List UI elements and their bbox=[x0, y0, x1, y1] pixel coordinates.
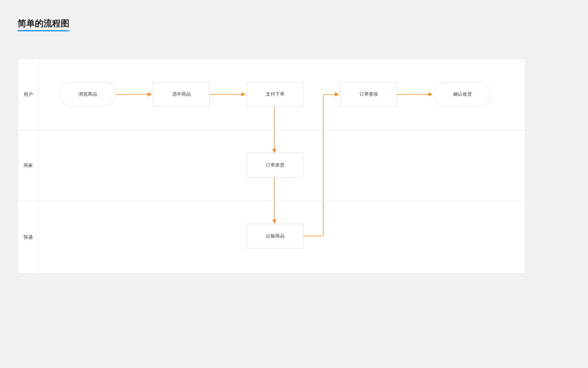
lane-merchant-body: 订单发货 bbox=[39, 130, 525, 201]
lane-courier-body: 运输商品 bbox=[39, 201, 525, 273]
lane-user-body: 浏览商品 选中商品 支付下单 订单签收 确认收货 bbox=[39, 59, 525, 130]
lane-merchant-label: 商家 bbox=[18, 130, 39, 201]
node-ship[interactable]: 订单发货 bbox=[247, 153, 303, 178]
lane-courier-label: 快递 bbox=[18, 201, 39, 273]
node-browse[interactable]: 浏览商品 bbox=[59, 82, 116, 107]
lane-user-label: 用户 bbox=[18, 59, 39, 130]
flowchart-container: 用户 浏览商品 选中商品 支付下单 订单签收 确认收货 商家 订单发货 快递 运… bbox=[18, 59, 525, 274]
node-select[interactable]: 选中商品 bbox=[153, 82, 210, 107]
lane-user: 用户 浏览商品 选中商品 支付下单 订单签收 确认收货 bbox=[18, 59, 525, 130]
node-confirm[interactable]: 确认收货 bbox=[434, 82, 491, 107]
lane-courier: 快递 运输商品 bbox=[18, 201, 525, 273]
page-title: 简单的流程图 bbox=[18, 18, 69, 31]
node-transport[interactable]: 运输商品 bbox=[247, 224, 303, 248]
lane-merchant: 商家 订单发货 bbox=[18, 130, 525, 201]
node-sign[interactable]: 订单签收 bbox=[340, 82, 397, 107]
node-pay[interactable]: 支付下单 bbox=[247, 82, 303, 107]
